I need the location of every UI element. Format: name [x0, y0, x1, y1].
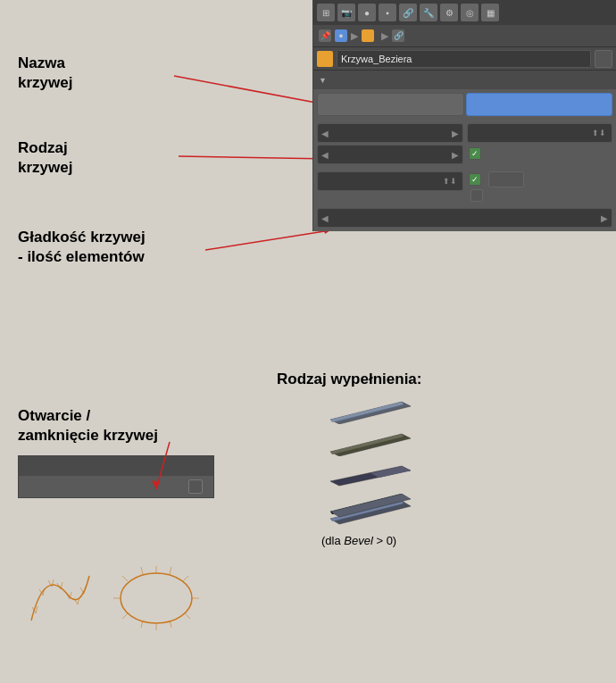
render-right-arrow: ▶ [452, 150, 459, 160]
preview-u-field[interactable]: ◀ ▶ [317, 123, 463, 143]
preview-left-arrow: ◀ [321, 129, 329, 138]
section-tri-icon: ▼ [319, 76, 327, 85]
preview-right-arrow: ▶ [452, 129, 459, 138]
active-spline-header[interactable] [19, 456, 213, 476]
f-button[interactable] [595, 50, 612, 68]
cyclic-checkbox[interactable] [188, 479, 203, 494]
fill-deformed-check-icon: ✓ [471, 149, 479, 158]
toolbar-icon-grid[interactable]: ⊞ [317, 4, 335, 21]
label-rodzaj-krzywej: Rodzajkrzywej [18, 138, 72, 178]
toolbar-icon-material[interactable]: ◎ [461, 4, 479, 21]
name-row [313, 46, 616, 70]
breadcrumb-sphere-icon: ● [335, 29, 347, 42]
active-spline-panel [18, 455, 214, 498]
toolbar: ⊞ 📷 ● ▪ 🔗 🔧 ⚙ ◎ ▦ [313, 0, 616, 25]
label-gladkosc-krzywej: Gładkość krzywej- ilość elementów [18, 228, 146, 267]
blender-panel: ⊞ 📷 ● ▪ 🔗 🔧 ⚙ ◎ ▦ 📌 ● ▶ ▶ 🔗 ▼ [312, 0, 616, 231]
smooth-left-arrow: ◀ [321, 213, 329, 223]
rodzaj-wypelnienia-label: Rodzaj wypełnienia: [277, 371, 421, 388]
mode-buttons [317, 93, 612, 116]
mode-2d-button[interactable] [317, 93, 464, 116]
toolbar-icon-texture[interactable]: ▦ [481, 4, 499, 21]
resolution-fill-row: ◀ ▶ ◀ ▶ ⬆⬇ ✓ [313, 120, 616, 168]
fill-note: (dla Bevel > 0) [312, 530, 607, 547]
fill-back-shape [321, 429, 420, 456]
fill-type-full [312, 494, 607, 525]
svg-marker-9 [330, 434, 404, 454]
fill-dropdown-arrow-icon: ⬆⬇ [592, 129, 606, 137]
label-nazwa-krzywej: Nazwakrzywej [18, 54, 72, 93]
fill-dropdown[interactable]: ⬆⬇ [467, 123, 613, 143]
label-otwarcie-krzywej: Otwarcie /zamknięcie krzywej [18, 406, 158, 446]
breadcrumb-link-icon: 🔗 [392, 29, 404, 42]
svg-marker-7 [330, 402, 404, 422]
smooth-right-arrow: ▶ [601, 213, 608, 223]
name-curve-icon [317, 51, 333, 67]
breadcrumb: 📌 ● ▶ ▶ 🔗 [313, 25, 616, 46]
fill-deformed-checkbox[interactable]: ✓ [469, 147, 481, 160]
toolbar-icon-settings[interactable]: ⚙ [440, 4, 458, 21]
shape-section-header[interactable]: ▼ [313, 70, 616, 89]
stret-button[interactable] [488, 171, 524, 187]
bounds-clamp-checkbox[interactable] [470, 189, 483, 202]
fill-type-front [312, 397, 607, 424]
render-u-field[interactable]: ◀ ▶ [317, 145, 463, 164]
breadcrumb-pin-icon: 📌 [319, 29, 331, 42]
breadcrumb-sep2: ▶ [381, 30, 388, 42]
twisting-path-row: ⬆⬇ ✓ [313, 168, 616, 206]
toolbar-icon-cube[interactable]: ▪ [379, 4, 396, 21]
fill-front-shape [321, 397, 420, 424]
fill-types-list: (dla Bevel > 0) [312, 397, 607, 547]
toolbar-icon-sphere[interactable]: ● [358, 4, 376, 21]
radi-checkbox[interactable]: ✓ [469, 173, 481, 186]
active-spline-body [19, 476, 213, 497]
breadcrumb-curve-icon [362, 29, 374, 42]
path-radi-row: ✓ [467, 171, 613, 187]
fill-half-shape [321, 462, 420, 488]
breadcrumb-sep1: ▶ [351, 30, 358, 42]
mode-3d-button[interactable] [466, 93, 613, 116]
toolbar-icon-cam[interactable]: 📷 [337, 4, 355, 21]
twisting-dropdown[interactable]: ⬆⬇ [317, 171, 463, 191]
toolbar-icon-wrench[interactable]: 🔧 [420, 4, 437, 21]
svg-marker-11 [370, 466, 411, 478]
render-left-arrow: ◀ [321, 150, 329, 160]
smooth-row: ◀ ▶ [313, 206, 616, 231]
curve-name-input[interactable] [337, 50, 591, 68]
twisting-arrow-icon: ⬆⬇ [443, 177, 457, 186]
fill-type-back [312, 429, 607, 456]
cyclic-row [24, 479, 208, 494]
fill-full-shape [321, 494, 420, 525]
smooth-field[interactable]: ◀ ▶ [317, 208, 612, 228]
fill-deformed-row: ✓ [467, 145, 613, 162]
toolbar-icon-link[interactable]: 🔗 [399, 4, 417, 21]
bounds-clamp-row [467, 189, 613, 202]
radi-check-icon: ✓ [471, 175, 479, 184]
fill-type-half [312, 462, 607, 488]
